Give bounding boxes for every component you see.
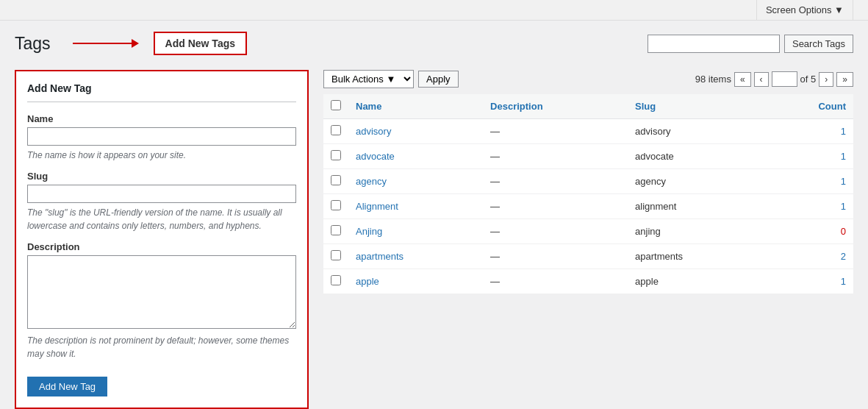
table-row: advocate — advocate 1: [323, 144, 853, 169]
form-title: Add New Tag: [27, 82, 296, 102]
tags-table: Name Description Slug Count advisory —: [323, 94, 853, 294]
row-checkbox-3[interactable]: [331, 200, 341, 210]
submit-add-tag-button[interactable]: Add New Tag: [27, 377, 107, 396]
table-row: agency — agency 1: [323, 169, 853, 194]
row-desc-cell-3: —: [483, 194, 628, 219]
first-page-button[interactable]: «: [734, 72, 751, 87]
row-checkbox-cell: [323, 269, 348, 294]
row-checkbox-cell: [323, 169, 348, 194]
row-name-cell-6: apple: [348, 269, 483, 294]
row-desc-value-2: —: [490, 176, 500, 187]
page-number-input[interactable]: 1: [772, 71, 797, 87]
bulk-actions-bar: Bulk Actions ▼ Apply 98 items « ‹ 1 of 5…: [323, 70, 853, 88]
table-body: advisory — advisory 1 advocate — advocat: [323, 119, 853, 294]
row-checkbox-cell: [323, 119, 348, 144]
row-count-value-4: 0: [841, 226, 846, 237]
name-label: Name: [27, 113, 296, 124]
slug-input[interactable]: [27, 185, 296, 203]
row-name-cell-0: advisory: [348, 119, 483, 144]
row-count-value-2: 1: [841, 176, 846, 187]
row-name-cell-3: Alignment: [348, 194, 483, 219]
row-count-value-6: 1: [841, 276, 846, 287]
slug-label: Slug: [27, 171, 296, 182]
row-checkbox-0[interactable]: [331, 125, 341, 135]
last-page-button[interactable]: »: [836, 72, 853, 87]
row-checkbox-6[interactable]: [331, 275, 341, 285]
row-slug-cell-1: advocate: [628, 144, 762, 169]
row-count-value-5: 2: [841, 251, 846, 262]
prev-page-button[interactable]: ‹: [754, 72, 769, 87]
desc-hint: The description is not prominent by defa…: [27, 334, 296, 360]
slug-hint: The "slug" is the URL-friendly version o…: [27, 206, 296, 232]
row-slug-value-4: anjing: [635, 226, 661, 237]
row-name-cell-1: advocate: [348, 144, 483, 169]
row-desc-value-6: —: [490, 276, 500, 287]
row-desc-cell-5: —: [483, 244, 628, 269]
search-tags-button[interactable]: Search Tags: [784, 35, 853, 53]
desc-textarea[interactable]: [27, 255, 296, 329]
tag-name-link-3[interactable]: Alignment: [356, 201, 398, 212]
row-desc-value-5: —: [490, 251, 500, 262]
col-count-header[interactable]: Count: [762, 94, 853, 119]
row-checkbox-cell: [323, 194, 348, 219]
row-slug-value-2: agency: [635, 176, 666, 187]
row-count-cell-6: 1: [762, 269, 853, 294]
row-slug-cell-4: anjing: [628, 219, 762, 244]
page-title: Tags: [15, 34, 51, 54]
row-checkbox-2[interactable]: [331, 175, 341, 185]
tag-name-link-6[interactable]: apple: [356, 276, 379, 287]
row-slug-value-0: advisory: [635, 126, 670, 137]
col-name-header[interactable]: Name: [348, 94, 483, 119]
col-checkbox: [323, 94, 348, 119]
row-slug-cell-3: alignment: [628, 194, 762, 219]
row-desc-cell-0: —: [483, 119, 628, 144]
row-count-cell-4: 0: [762, 219, 853, 244]
tag-name-link-4[interactable]: Anjing: [356, 226, 382, 237]
row-slug-cell-5: apartments: [628, 244, 762, 269]
page-wrapper: Screen Options ▼ Tags Add New Tags Searc…: [0, 0, 868, 409]
tag-name-link-1[interactable]: advocate: [356, 151, 395, 162]
row-count-value-1: 1: [841, 151, 846, 162]
page-title-row: Tags Add New Tags Search Tags: [15, 32, 853, 55]
row-checkbox-cell: [323, 144, 348, 169]
row-count-cell-3: 1: [762, 194, 853, 219]
row-checkbox-5[interactable]: [331, 250, 341, 260]
row-checkbox-cell: [323, 244, 348, 269]
row-checkbox-1[interactable]: [331, 150, 341, 160]
add-tag-form: Add New Tag Name The name is how it appe…: [15, 70, 309, 409]
name-hint: The name is how it appears on your site.: [27, 149, 296, 162]
add-new-tags-button[interactable]: Add New Tags: [154, 32, 247, 55]
bulk-actions-select[interactable]: Bulk Actions ▼: [323, 70, 414, 88]
row-count-cell-5: 2: [762, 244, 853, 269]
row-checkbox-4[interactable]: [331, 225, 341, 235]
row-desc-value-4: —: [490, 226, 500, 237]
tag-name-link-5[interactable]: apartments: [356, 251, 403, 262]
next-page-button[interactable]: ›: [819, 72, 833, 87]
content-area: Add New Tag Name The name is how it appe…: [15, 70, 853, 409]
table-row: Alignment — alignment 1: [323, 194, 853, 219]
name-input[interactable]: [27, 127, 296, 146]
col-slug-header[interactable]: Slug: [628, 94, 762, 119]
row-slug-value-5: apartments: [635, 251, 683, 262]
desc-label: Description: [27, 241, 296, 252]
row-name-cell-2: agency: [348, 169, 483, 194]
row-count-cell-1: 1: [762, 144, 853, 169]
row-desc-cell-4: —: [483, 219, 628, 244]
main-content: Tags Add New Tags Search Tags Add New Ta…: [0, 21, 868, 409]
table-row: Anjing — anjing 0: [323, 219, 853, 244]
row-checkbox-cell: [323, 219, 348, 244]
row-desc-cell-6: —: [483, 269, 628, 294]
row-desc-value-1: —: [490, 151, 500, 162]
table-row: advisory — advisory 1: [323, 119, 853, 144]
top-bar: Screen Options ▼: [0, 0, 868, 21]
row-slug-cell-6: apple: [628, 269, 762, 294]
tag-name-link-0[interactable]: advisory: [356, 126, 391, 137]
row-slug-value-3: alignment: [635, 201, 676, 212]
screen-options-button[interactable]: Screen Options ▼: [756, 0, 853, 20]
tag-name-link-2[interactable]: agency: [356, 176, 387, 187]
select-all-checkbox[interactable]: [331, 100, 341, 110]
search-tags-input[interactable]: [648, 35, 780, 53]
pagination: 98 items « ‹ 1 of 5 › »: [695, 71, 853, 87]
row-count-cell-0: 1: [762, 119, 853, 144]
apply-button[interactable]: Apply: [418, 71, 459, 88]
